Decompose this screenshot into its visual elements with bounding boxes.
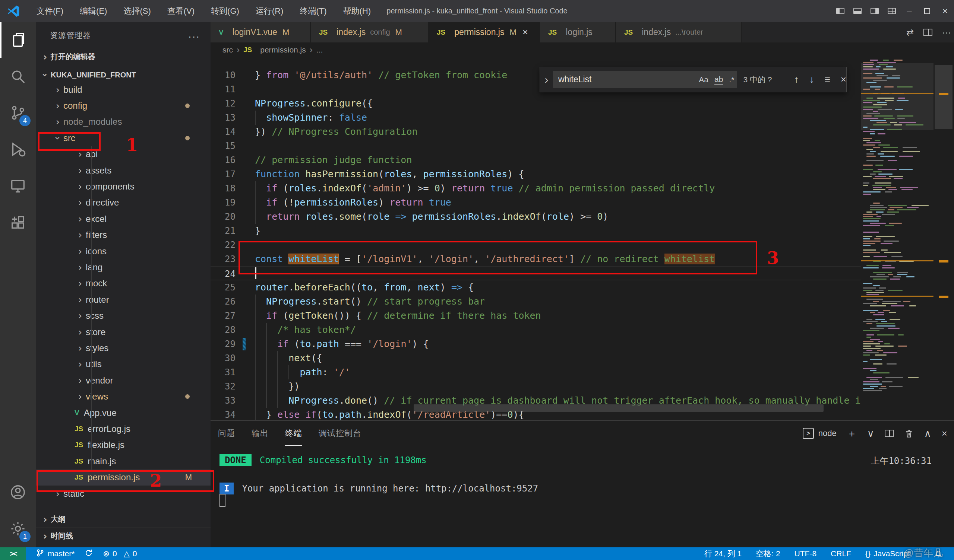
code-line[interactable]: 26 NProgress.start() // start progress b… xyxy=(210,294,861,309)
line-number[interactable]: 33 xyxy=(210,394,235,408)
line-number[interactable]: 15 xyxy=(210,139,235,153)
more-actions-icon[interactable]: ··· xyxy=(188,31,200,42)
menu-item[interactable]: 选择(S) xyxy=(115,0,159,22)
status-2[interactable]: 空格: 2 xyxy=(756,548,780,559)
code-line[interactable]: 14}) // NProgress Configuration xyxy=(210,125,861,139)
find-input[interactable] xyxy=(553,71,693,88)
settings-icon[interactable]: 1 xyxy=(0,511,36,547)
line-number[interactable]: 34 xyxy=(210,408,235,420)
code-line[interactable]: 25router.beforeEach((to, from, next) => … xyxy=(210,280,861,294)
line-number[interactable]: 26 xyxy=(210,294,235,309)
tree-item-lang[interactable]: ›lang xyxy=(36,259,210,275)
toggle-panel-icon[interactable] xyxy=(849,0,866,22)
close-panel-icon[interactable]: × xyxy=(942,428,947,439)
menu-item[interactable]: 查看(V) xyxy=(159,0,203,22)
scrollbar-thumb[interactable] xyxy=(935,65,952,129)
chevron-down-icon[interactable]: ∨ xyxy=(867,428,874,439)
code-line[interactable]: 27 if (getToken()) { // determine if the… xyxy=(210,309,861,323)
previous-match-icon[interactable]: ↑ xyxy=(794,74,799,85)
line-number[interactable]: 11 xyxy=(210,82,235,96)
find-in-selection-icon[interactable]: ≡ xyxy=(825,74,830,85)
tree-item-main-js[interactable]: JSmain.js xyxy=(36,453,210,469)
line-number[interactable]: 22 xyxy=(210,238,235,252)
line-number[interactable]: 30 xyxy=(210,351,235,365)
menu-item[interactable]: 帮助(H) xyxy=(335,0,379,22)
code-line[interactable]: 12NProgress.configure({ xyxy=(210,96,861,110)
close-button[interactable]: × xyxy=(936,0,954,22)
line-number[interactable]: 13 xyxy=(210,110,235,125)
explorer-icon[interactable] xyxy=(0,22,36,58)
minimize-button[interactable]: – xyxy=(900,0,918,22)
tree-item-directive[interactable]: ›directive xyxy=(36,195,210,211)
line-number[interactable]: 18 xyxy=(210,181,235,196)
horizontal-scrollbar[interactable] xyxy=(414,404,823,412)
breadcrumb[interactable]: src › JS permission.js › ... xyxy=(210,42,954,58)
status-crlf[interactable]: CRLF xyxy=(831,549,851,558)
line-number[interactable]: 28 xyxy=(210,323,235,337)
code-line[interactable]: 19 if (!permissionRoles) return true xyxy=(210,196,861,210)
timeline-section[interactable]: › 时间线 xyxy=(36,527,210,544)
line-number[interactable]: 24 xyxy=(210,267,235,281)
sync-button[interactable] xyxy=(84,548,93,559)
line-number[interactable]: 10 xyxy=(210,68,235,82)
line-number[interactable]: 27 xyxy=(210,309,235,323)
line-number[interactable]: 19 xyxy=(210,196,235,210)
panel-tab-输出[interactable]: 输出 xyxy=(251,421,269,446)
line-number[interactable]: 23 xyxy=(210,252,235,266)
line-number[interactable]: 21 xyxy=(210,224,235,238)
tree-item-styles[interactable]: ›styles xyxy=(36,340,210,356)
tab-index-js[interactable]: JSindex.js...\router xyxy=(616,22,742,42)
tree-item-build[interactable]: ›build xyxy=(36,82,210,98)
menu-item[interactable]: 终端(T) xyxy=(292,0,335,22)
line-number[interactable]: 17 xyxy=(210,167,235,181)
tree-item-node_modules[interactable]: ›node_modules xyxy=(36,114,210,130)
tree-item-excel[interactable]: ›excel xyxy=(36,211,210,227)
tree-item-errorLog-js[interactable]: JSerrorLog.js xyxy=(36,421,210,437)
tree-item-App-vue[interactable]: VApp.vue xyxy=(36,405,210,421)
panel-tab-调试控制台[interactable]: 调试控制台 xyxy=(319,421,362,446)
customize-layout-icon[interactable] xyxy=(883,0,900,22)
status-javascript[interactable]: {}JavaScript xyxy=(865,549,910,558)
toggle-replace-icon[interactable]: › xyxy=(540,73,553,86)
line-number[interactable]: 12 xyxy=(210,96,235,110)
tree-item-vendor[interactable]: ›vendor xyxy=(36,372,210,388)
status-241[interactable]: 行 24, 列 1 xyxy=(704,548,742,559)
code-line[interactable]: 16// permission judge function xyxy=(210,153,861,167)
code-line[interactable]: 30 next({ xyxy=(210,351,861,365)
code-line[interactable]: 28 /* has token*/ xyxy=(210,323,861,337)
more-actions-icon[interactable]: ··· xyxy=(942,27,951,37)
line-number[interactable]: 25 xyxy=(210,280,235,294)
match-case-icon[interactable]: Aa xyxy=(699,75,708,84)
panel-tab-问题[interactable]: 问题 xyxy=(218,421,235,446)
outline-section[interactable]: › 大纲 xyxy=(36,511,210,527)
code-line[interactable]: 29 if (to.path === '/login') { xyxy=(210,337,861,351)
source-control-icon[interactable]: 4 xyxy=(0,95,36,131)
panel-tab-终端[interactable]: 终端 xyxy=(285,421,302,446)
tree-item-config[interactable]: ›config xyxy=(36,98,210,114)
search-icon[interactable] xyxy=(0,58,36,94)
new-terminal-icon[interactable]: ＋ xyxy=(847,427,857,440)
open-changes-icon[interactable]: ⇄ xyxy=(906,27,914,37)
menu-item[interactable]: 编辑(E) xyxy=(72,0,115,22)
line-number[interactable]: 29 xyxy=(210,337,235,351)
close-icon[interactable]: × xyxy=(522,26,528,38)
tree-item-router[interactable]: ›router xyxy=(36,292,210,308)
extensions-icon[interactable] xyxy=(0,204,36,240)
tab-login-js[interactable]: JSlogin.js xyxy=(540,22,616,42)
whole-word-icon[interactable]: ab xyxy=(714,75,723,84)
status-utf8[interactable]: UTF-8 xyxy=(795,549,817,558)
tree-item-filters[interactable]: ›filters xyxy=(36,227,210,243)
code-line[interactable]: 32 }) xyxy=(210,380,861,394)
split-editor-icon[interactable] xyxy=(923,29,932,36)
tree-item-utils[interactable]: ›utils xyxy=(36,356,210,372)
kill-terminal-icon[interactable] xyxy=(904,429,914,438)
git-branch-status[interactable]: master* xyxy=(36,548,75,559)
code-line[interactable]: 31 path: '/' xyxy=(210,365,861,380)
maximize-button[interactable] xyxy=(918,0,936,22)
line-number[interactable]: 16 xyxy=(210,153,235,167)
code-line[interactable]: 13 showSpinner: false xyxy=(210,110,861,125)
menu-item[interactable]: 转到(G) xyxy=(203,0,248,22)
toggle-secondary-sidebar-icon[interactable] xyxy=(866,0,883,22)
open-editors-section[interactable]: › 打开的编辑器 xyxy=(36,49,210,65)
maximize-panel-icon[interactable]: ∧ xyxy=(924,428,931,439)
